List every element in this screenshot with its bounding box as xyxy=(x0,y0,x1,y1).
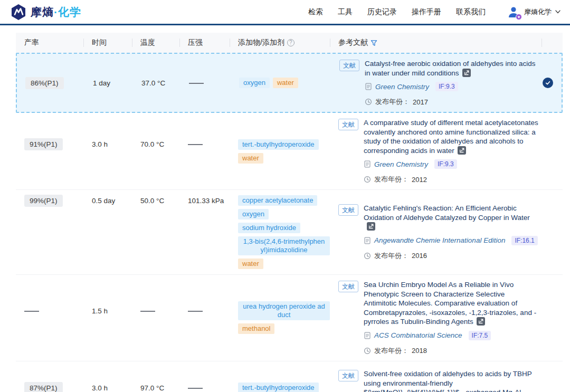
additives-cell: copper acetylacetonateoxygensodium hydro… xyxy=(230,195,330,269)
journal-name: Angewandte Chemie International Edition xyxy=(374,236,505,244)
reference-block: 文献Catalyst-free aerobic oxidation of ald… xyxy=(339,59,540,107)
column-header-additives: 添加物/添加剂 ? xyxy=(230,33,330,53)
selected-check-icon[interactable] xyxy=(543,78,553,88)
additive-tags: urea hydrogen peroxide adductmethanol xyxy=(238,301,330,334)
external-link-icon[interactable] xyxy=(367,222,375,231)
additive-tag[interactable]: oxygen xyxy=(238,209,269,219)
additive-tag[interactable]: tert.-butylhydroperoxide xyxy=(238,383,319,392)
reference-title[interactable]: A comparative study of different metal a… xyxy=(364,118,538,155)
avatar: ♥ xyxy=(507,5,520,19)
reference-cell: 文献Solvent-free oxidation of aldehydes to… xyxy=(330,369,542,392)
yield-chip: 91%(P1) xyxy=(24,138,63,150)
yield-chip: 99%(P1) xyxy=(24,195,63,207)
clock-icon xyxy=(364,176,371,183)
reference-type-badge: 文献 xyxy=(338,370,358,381)
table-header-row: 产率 时间 温度 压强 添加物/添加剂 ? 参考文献 xyxy=(16,33,563,53)
impact-factor-badge: IF:9.3 xyxy=(434,159,457,169)
reference-main: Solvent-free oxidation of aldehydes to a… xyxy=(364,369,538,392)
additive-tag[interactable]: tert.-butylhydroperoxide xyxy=(238,139,319,150)
temperature-value: 50.0 °C xyxy=(140,197,164,205)
question-circle-icon[interactable]: ? xyxy=(287,39,294,46)
reference-cell: 文献Catalytic Fehling's Reaction: An Effic… xyxy=(330,204,542,261)
reference-block: 文献A comparative study of different metal… xyxy=(338,118,542,184)
top-bar: 摩熵·化学 检索 工具 历史记录 操作手册 联系我们 ♥ 摩熵化学 xyxy=(0,0,570,25)
additive-tag[interactable]: urea hydrogen peroxide adduct xyxy=(238,301,330,320)
column-header-select xyxy=(542,33,563,53)
nav-item-tools[interactable]: 工具 xyxy=(330,7,360,17)
document-icon xyxy=(364,160,371,168)
impact-factor-badge: IF:9.3 xyxy=(435,82,458,91)
yield-value: 91%(P1) xyxy=(24,138,63,150)
journal-name: Green Chemistry xyxy=(374,160,428,168)
table-row[interactable]: 91%(P1)3.0 h70.0 °Ctert.-butylhydroperox… xyxy=(16,113,563,190)
additive-tag[interactable]: water xyxy=(238,153,263,164)
reference-cell: 文献Catalyst-free aerobic oxidation of ald… xyxy=(331,59,540,107)
pressure-value: 101.33 kPa xyxy=(188,197,224,205)
yield-value xyxy=(24,311,39,312)
yield-value: 87%(P1) xyxy=(24,382,63,392)
reference-main: A comparative study of different metal a… xyxy=(364,118,538,184)
brand-name-light: ·化学 xyxy=(54,6,81,18)
pressure-value xyxy=(188,144,203,145)
yield-chip: 86%(P1) xyxy=(25,77,64,89)
additive-tag[interactable]: oxygen xyxy=(239,78,270,88)
reference-title[interactable]: Catalyst-free aerobic oxidation of aldeh… xyxy=(365,59,537,78)
external-link-icon[interactable] xyxy=(477,317,485,326)
user-menu[interactable]: ♥ 摩熵化学 xyxy=(507,5,560,19)
yield-cell: 87%(P1) xyxy=(16,389,83,392)
additive-tag[interactable]: copper acetylacetonate xyxy=(238,195,317,206)
yield-cell: 86%(P1) xyxy=(17,77,84,89)
time-cell: 3.0 h xyxy=(83,147,132,155)
time-value: 1.5 h xyxy=(92,307,108,315)
temperature-value: 97.0 °C xyxy=(140,384,164,392)
filter-icon[interactable] xyxy=(370,40,377,46)
nav-item-contact[interactable]: 联系我们 xyxy=(449,7,493,17)
time-cell: 0.5 day xyxy=(83,228,132,236)
additive-tag[interactable]: water xyxy=(238,259,263,269)
nav-item-search[interactable]: 检索 xyxy=(301,7,330,17)
impact-factor-badge: IF:7.5 xyxy=(469,331,491,340)
additive-tag[interactable]: water xyxy=(273,78,298,88)
additive-tags: copper acetylacetonateoxygensodium hydro… xyxy=(238,195,330,269)
reference-cell: 文献Sea Urchin Embryo Model As a Reliable … xyxy=(330,280,542,356)
time-value: 0.5 day xyxy=(92,197,115,205)
time-value: 3.0 h xyxy=(92,384,108,392)
document-icon xyxy=(365,83,372,90)
empty-dash xyxy=(188,311,203,312)
additive-tags: tert.-butylhydroperoxidewater xyxy=(238,139,330,164)
reference-cell: 文献A comparative study of different metal… xyxy=(330,118,542,184)
brand-logo[interactable]: 摩熵·化学 xyxy=(11,4,81,21)
reference-block: 文献Solvent-free oxidation of aldehydes to… xyxy=(338,369,542,392)
table-row[interactable]: 99%(P1)0.5 day50.0 °C101.33 kPacopper ac… xyxy=(16,190,563,275)
table-row[interactable]: 87%(P1)3.0 h97.0 °Ctert.-butylhydroperox… xyxy=(16,361,563,392)
reference-title[interactable]: Solvent-free oxidation of aldehydes to a… xyxy=(364,369,538,392)
publish-year-label: 发布年份： xyxy=(375,97,410,107)
table-row[interactable]: 1.5 hurea hydrogen peroxide adductmethan… xyxy=(16,275,563,361)
reference-type-badge: 文献 xyxy=(338,204,358,216)
temperature-cell: 37.0 °C xyxy=(133,79,180,87)
external-link-icon[interactable] xyxy=(462,69,471,77)
reference-title[interactable]: Catalytic Fehling's Reaction: An Efficie… xyxy=(364,204,538,232)
reference-main: Catalytic Fehling's Reaction: An Efficie… xyxy=(364,204,538,261)
additives-cell: tert.-butylhydroperoxidewater xyxy=(230,139,330,164)
temperature-value xyxy=(140,311,155,312)
journal-name: Green Chemistry xyxy=(375,83,429,91)
publish-year-label: 发布年份： xyxy=(374,175,408,184)
nav-item-history[interactable]: 历史记录 xyxy=(360,7,404,17)
publish-year: 2016 xyxy=(412,252,427,260)
pressure-cell xyxy=(179,314,230,322)
table-row[interactable]: 86%(P1)1 day37.0 °Coxygenwater文献Catalyst… xyxy=(16,53,563,113)
journal-row: Angewandte Chemie International EditionI… xyxy=(364,236,538,245)
additives-cell: oxygenwater xyxy=(231,78,331,88)
time-value: 3.0 h xyxy=(92,140,108,148)
publish-year-row: 发布年份：2017 xyxy=(365,97,537,107)
additive-tag[interactable]: 1,3-bis(2,4,6-trimethylphenyl)imidazolid… xyxy=(238,236,330,255)
additive-tag[interactable]: sodium hydroxide xyxy=(238,223,300,233)
main-nav: 检索 工具 历史记录 操作手册 联系我们 xyxy=(301,7,493,17)
additive-tag[interactable]: methanol xyxy=(238,323,274,334)
time-cell: 1 day xyxy=(84,79,133,87)
pressure-cell xyxy=(180,79,231,87)
nav-item-manual[interactable]: 操作手册 xyxy=(404,7,449,17)
reference-title[interactable]: Sea Urchin Embryo Model As a Reliable in… xyxy=(364,280,538,327)
external-link-icon[interactable] xyxy=(458,146,466,155)
